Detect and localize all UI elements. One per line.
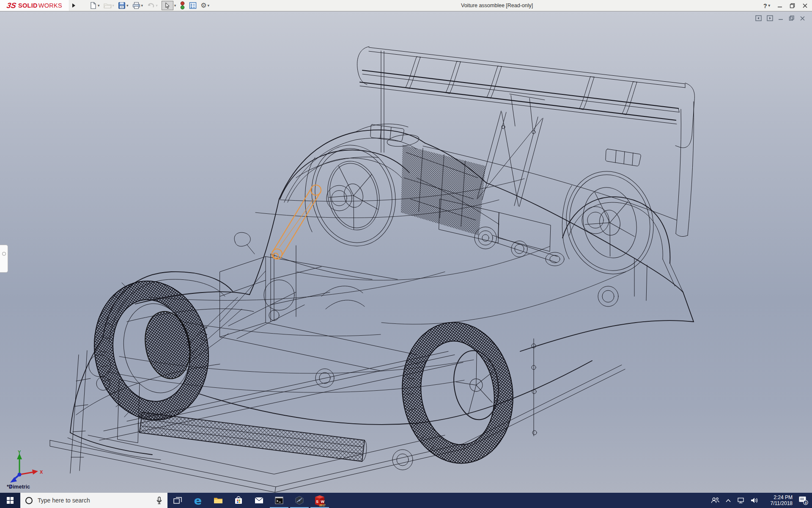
print-icon	[132, 2, 140, 9]
quick-access-toolbar: ▾ ▾ ▾ ▾	[88, 0, 211, 11]
new-document-button[interactable]: ▾	[88, 0, 101, 11]
window-title: Voiture assomblee [Read-only]	[461, 0, 533, 11]
front-mesh-intake	[138, 412, 367, 461]
gear-icon: ⚙	[200, 2, 206, 9]
dropdown-caret-icon[interactable]: ▾	[126, 4, 129, 8]
undo-arrow-icon	[147, 2, 155, 9]
cabin-details	[234, 124, 408, 279]
start-button[interactable]	[0, 493, 20, 508]
action-center-icon[interactable]: 3	[798, 496, 809, 505]
mixed-reality-viewer-button[interactable]	[289, 493, 310, 508]
chevron-up-icon[interactable]	[725, 499, 731, 502]
orientation-triad: Y X Z	[7, 450, 47, 489]
rear-right-brake	[582, 207, 609, 234]
pane-left-button[interactable]	[755, 15, 762, 21]
windows-taskbar: e	[0, 493, 812, 508]
file-explorer-button[interactable]	[208, 493, 228, 508]
dropdown-caret-icon[interactable]: ▾	[208, 4, 210, 8]
properties-list-icon	[189, 2, 197, 9]
window-controls: ? ▾	[763, 0, 808, 11]
undo-button[interactable]: ▾	[145, 0, 159, 11]
save-button[interactable]: ▾	[117, 0, 130, 11]
volume-icon[interactable]	[751, 497, 759, 504]
microsoft-store-button[interactable]	[228, 493, 249, 508]
triad-x-label: X	[40, 469, 43, 475]
select-tool-button[interactable]: ▾	[160, 0, 178, 11]
menu-flyout-arrow-icon[interactable]	[72, 3, 75, 8]
task-view-button[interactable]	[167, 493, 188, 508]
mail-button[interactable]	[249, 493, 269, 508]
traffic-light-icon	[180, 1, 185, 10]
command-prompt-button[interactable]	[269, 493, 289, 508]
front-right-wheel	[302, 137, 405, 254]
pane-right-button[interactable]	[767, 15, 773, 21]
taskbar-search[interactable]	[20, 493, 167, 508]
open-document-button[interactable]: ▾	[102, 0, 116, 11]
dassault-3s-icon: 3S	[6, 1, 17, 10]
dropdown-caret-icon[interactable]: ▾	[98, 4, 100, 8]
microphone-icon[interactable]	[156, 497, 162, 505]
minimize-doc-button[interactable]	[778, 16, 784, 21]
taskbar-apps: e	[167, 493, 330, 508]
edge-icon: e	[194, 495, 202, 506]
print-button[interactable]: ▾	[131, 0, 145, 11]
rebuild-button[interactable]	[178, 0, 187, 11]
restore-doc-button[interactable]	[789, 15, 795, 21]
view-orientation-label: *Dimetric	[7, 484, 30, 490]
solidworks-logo: 3S SOLID WORKS	[0, 0, 69, 11]
windows-logo-icon	[7, 497, 14, 504]
cortana-icon[interactable]	[25, 497, 33, 504]
network-icon[interactable]	[737, 497, 745, 504]
microsoft-edge-button[interactable]: e	[188, 493, 208, 508]
graphics-viewport[interactable]: Y X Z *Dimetric	[0, 11, 812, 493]
close-button[interactable]	[802, 3, 808, 8]
select-tool-active-frame	[162, 1, 173, 10]
file-explorer-icon	[214, 497, 223, 504]
clock-date: 7/11/2018	[765, 500, 793, 506]
rear-left-wheel	[393, 315, 522, 471]
title-bar: 3S SOLID WORKS ▾ ▾ ▾	[0, 0, 812, 11]
expand-panel-icon	[2, 252, 6, 256]
options-button[interactable]: ⚙ ▾	[199, 0, 211, 11]
display-settings-button[interactable]	[188, 0, 198, 11]
cursor-arrow-icon	[164, 2, 171, 9]
notification-count: 3	[805, 501, 807, 505]
engine-cluster	[264, 145, 618, 470]
selected-component-highlight[interactable]	[272, 185, 321, 259]
mail-icon	[255, 497, 263, 504]
dropdown-caret-icon[interactable]: ▾	[112, 4, 115, 8]
taskbar-clock[interactable]: 2:24 PM 7/11/2018	[765, 494, 793, 506]
help-button[interactable]: ? ▾	[763, 3, 770, 9]
save-floppy-icon	[118, 2, 126, 9]
feature-manager-collapsed-tab[interactable]	[0, 245, 8, 273]
rear-right-wheel	[557, 163, 663, 282]
task-view-icon	[173, 497, 182, 504]
brand-solid: SOLID	[18, 2, 38, 9]
wireframe-car	[50, 47, 694, 492]
new-document-icon	[89, 2, 97, 9]
document-window-controls	[755, 15, 805, 21]
dropdown-caret-icon[interactable]: ▾	[141, 4, 143, 8]
dropdown-caret-icon[interactable]: ▾	[156, 4, 158, 8]
sw-letter-s: S	[316, 500, 318, 504]
restore-button[interactable]	[790, 3, 795, 8]
mixed-reality-viewer-icon	[295, 496, 304, 505]
store-icon	[234, 496, 243, 505]
command-prompt-icon	[275, 497, 283, 504]
triad-y-label: Y	[18, 450, 21, 455]
clock-time: 2:24 PM	[765, 494, 793, 500]
solidworks-2017-icon: S W 2017	[313, 494, 326, 507]
solidworks-2017-button[interactable]: S W 2017	[310, 493, 330, 508]
system-tray: 2:24 PM 7/11/2018 3	[711, 493, 812, 508]
sw-year-badge: 2017	[319, 504, 326, 507]
help-icon: ?	[763, 3, 767, 9]
wireframe-car-drawing[interactable]	[0, 11, 812, 493]
open-folder-icon	[104, 2, 112, 9]
dropdown-caret-icon[interactable]: ▾	[768, 4, 770, 8]
people-icon[interactable]	[711, 497, 719, 504]
dropdown-caret-icon[interactable]: ▾	[174, 4, 176, 8]
minimize-button[interactable]	[777, 3, 782, 8]
search-input[interactable]	[37, 497, 152, 504]
brand-works: WORKS	[38, 2, 62, 9]
close-doc-button[interactable]	[800, 16, 805, 21]
